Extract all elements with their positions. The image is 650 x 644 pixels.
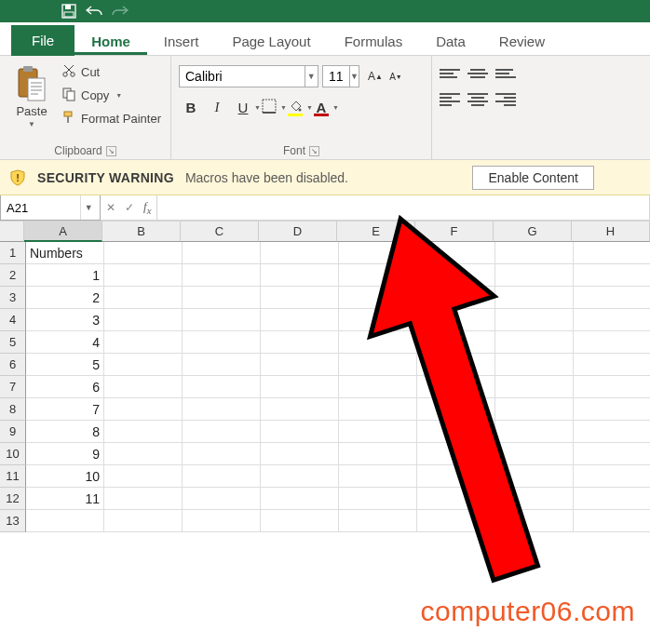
cell[interactable] <box>261 488 339 510</box>
fill-color-button[interactable]: ▼ <box>283 95 307 119</box>
cell[interactable] <box>574 488 650 510</box>
cell[interactable]: 10 <box>26 465 104 488</box>
align-top-button[interactable] <box>440 65 460 82</box>
cell[interactable] <box>261 421 339 443</box>
cell[interactable] <box>339 443 417 465</box>
cell[interactable] <box>495 398 574 421</box>
cell[interactable]: 9 <box>26 443 104 465</box>
cell[interactable] <box>495 242 574 264</box>
cell[interactable] <box>104 510 183 532</box>
cell[interactable] <box>104 421 183 443</box>
cell[interactable] <box>574 354 650 376</box>
cell[interactable] <box>183 443 261 465</box>
cell[interactable]: 8 <box>26 421 104 443</box>
font-launcher-icon[interactable]: ↘ <box>309 146 319 156</box>
save-icon[interactable] <box>61 4 76 19</box>
cell[interactable] <box>339 242 417 264</box>
cell[interactable] <box>495 376 574 398</box>
font-size-input[interactable] <box>323 69 349 84</box>
cell[interactable] <box>339 287 417 309</box>
cell[interactable] <box>417 242 495 264</box>
cell[interactable] <box>574 398 650 421</box>
redo-icon[interactable] <box>112 5 129 18</box>
underline-button[interactable]: U▼ <box>231 95 255 119</box>
cell[interactable] <box>339 510 417 532</box>
align-bottom-button[interactable] <box>495 65 516 82</box>
cell[interactable] <box>417 354 495 376</box>
cell[interactable] <box>183 287 261 309</box>
cell[interactable] <box>261 242 339 264</box>
cell[interactable] <box>495 510 574 532</box>
chevron-down-icon[interactable]: ▼ <box>305 66 318 87</box>
format-painter-button[interactable]: Format Painter <box>61 110 161 127</box>
cell[interactable] <box>104 331 183 354</box>
tab-review[interactable]: Review <box>482 26 562 55</box>
cell[interactable]: 3 <box>26 309 104 331</box>
cell[interactable] <box>104 264 183 287</box>
undo-icon[interactable] <box>86 5 102 18</box>
tab-file[interactable]: File <box>11 25 74 56</box>
cell[interactable] <box>417 376 495 398</box>
name-box[interactable]: ▼ <box>0 195 101 221</box>
cell[interactable] <box>574 287 650 309</box>
cell[interactable] <box>104 398 183 421</box>
copy-button[interactable]: Copy ▼ <box>61 87 161 104</box>
cell[interactable] <box>339 354 417 376</box>
cell[interactable] <box>574 510 650 532</box>
cell[interactable] <box>495 354 574 376</box>
chevron-down-icon[interactable]: ▼ <box>80 195 97 220</box>
row-header[interactable]: 13 <box>0 510 26 532</box>
row-header[interactable]: 10 <box>0 443 26 465</box>
cell[interactable] <box>261 331 339 354</box>
cell[interactable] <box>183 488 261 510</box>
cell[interactable] <box>261 287 339 309</box>
tab-formulas[interactable]: Formulas <box>328 26 420 55</box>
cell[interactable] <box>261 465 339 488</box>
column-header[interactable]: E <box>337 221 415 242</box>
cell[interactable] <box>417 443 495 465</box>
chevron-down-icon[interactable]: ▼ <box>349 66 359 87</box>
italic-button[interactable]: I <box>205 95 229 119</box>
cell[interactable] <box>574 465 650 488</box>
enter-formula-icon[interactable]: ✓ <box>125 201 134 214</box>
tab-insert[interactable]: Insert <box>147 26 216 55</box>
cell[interactable] <box>183 242 261 264</box>
cell[interactable] <box>495 309 574 331</box>
cell[interactable] <box>417 488 495 510</box>
cell[interactable] <box>261 510 339 532</box>
cell[interactable] <box>183 354 261 376</box>
column-header[interactable]: B <box>102 221 181 242</box>
cell[interactable] <box>574 309 650 331</box>
cell[interactable] <box>104 488 183 510</box>
row-header[interactable]: 1 <box>0 242 26 264</box>
row-header[interactable]: 11 <box>0 465 26 488</box>
row-header[interactable]: 3 <box>0 287 26 309</box>
column-header[interactable]: F <box>415 221 494 242</box>
align-left-button[interactable] <box>440 91 460 108</box>
column-header[interactable]: C <box>181 221 259 242</box>
row-header[interactable]: 6 <box>0 354 26 376</box>
cell[interactable] <box>261 354 339 376</box>
cell[interactable]: 7 <box>26 398 104 421</box>
tab-data[interactable]: Data <box>419 26 482 55</box>
row-header[interactable]: 12 <box>0 488 26 510</box>
name-box-input[interactable] <box>1 201 80 215</box>
font-name-combo[interactable]: ▼ <box>179 65 318 87</box>
row-header[interactable]: 8 <box>0 398 26 421</box>
cell[interactable] <box>417 510 495 532</box>
fx-icon[interactable]: fx <box>143 199 151 216</box>
formula-input[interactable] <box>157 195 649 220</box>
cell[interactable] <box>261 398 339 421</box>
cell[interactable] <box>183 309 261 331</box>
column-header[interactable]: G <box>494 221 572 242</box>
column-header[interactable]: D <box>259 221 337 242</box>
cell[interactable] <box>104 354 183 376</box>
cell[interactable] <box>495 287 574 309</box>
cell[interactable] <box>495 421 574 443</box>
cell[interactable] <box>339 331 417 354</box>
increase-font-button[interactable]: A▲ <box>365 65 386 87</box>
cell[interactable] <box>417 465 495 488</box>
cell[interactable] <box>26 510 104 532</box>
cell[interactable] <box>417 309 495 331</box>
cell[interactable] <box>417 287 495 309</box>
